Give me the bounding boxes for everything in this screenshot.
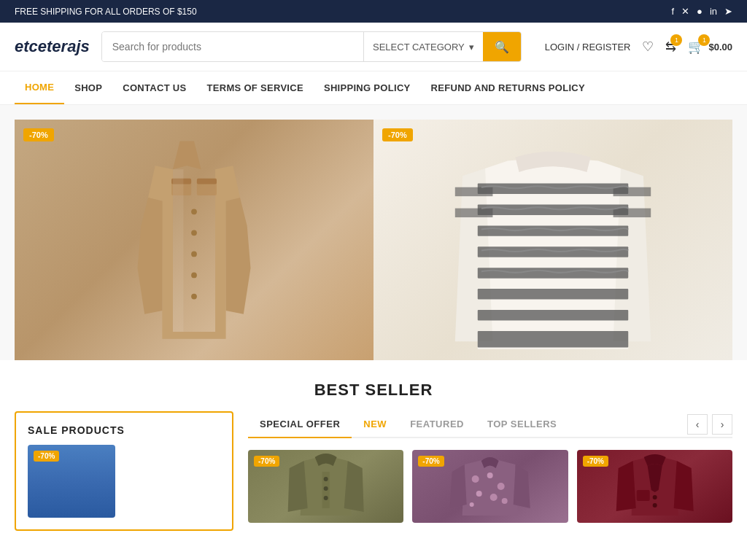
svg-point-24 — [324, 496, 328, 500]
prev-arrow[interactable]: ‹ — [687, 414, 708, 435]
svg-rect-15 — [478, 310, 628, 320]
svg-point-25 — [472, 475, 479, 483]
pinterest-icon[interactable]: ● — [697, 6, 703, 17]
tab-top-sellers[interactable]: TOP SELLERS — [476, 411, 568, 438]
facebook-icon[interactable]: f — [671, 6, 674, 17]
sale-discount-badge: -70% — [34, 451, 59, 462]
svg-rect-8 — [197, 179, 217, 184]
product-card-3[interactable]: -70% — [577, 450, 732, 523]
svg-point-28 — [476, 491, 482, 497]
svg-point-29 — [490, 494, 498, 501]
top-bar: FREE SHIPPING FOR ALL ORDERS OF $150 f ✕… — [0, 0, 747, 23]
svg-point-2 — [191, 252, 197, 257]
svg-point-1 — [191, 230, 197, 236]
cart-icon-wrapper: 🛒 1 — [688, 39, 704, 55]
sale-products-box: SALE PRODUCTS -70% — [15, 411, 233, 531]
chevron-down-icon: ▾ — [469, 42, 474, 52]
svg-point-4 — [191, 294, 197, 300]
svg-point-27 — [498, 483, 505, 490]
hero-products: -70% — [0, 105, 747, 360]
twitter-x-icon[interactable]: ✕ — [681, 6, 689, 17]
product-2-badge: -70% — [418, 456, 444, 467]
hero-product-2-image — [374, 120, 732, 360]
svg-point-0 — [191, 209, 197, 214]
svg-rect-17 — [455, 187, 493, 196]
tab-special-offer[interactable]: SPECIAL OFFER — [248, 411, 352, 438]
svg-rect-14 — [478, 289, 628, 299]
svg-point-23 — [324, 486, 328, 491]
search-bar: SELECT CATEGORY ▾ 🔍 — [101, 31, 522, 62]
svg-point-30 — [470, 502, 474, 507]
heart-icon: ♡ — [642, 39, 654, 54]
svg-point-22 — [324, 477, 328, 481]
product-card-1[interactable]: -70% — [248, 450, 403, 523]
logo[interactable]: etceterajs — [15, 37, 90, 56]
hero-product-1-discount: -70% — [23, 128, 54, 141]
sale-item-image: -70% — [28, 445, 115, 518]
hero-product-2[interactable]: -70% — [374, 120, 732, 360]
nav-terms[interactable]: TERMS OF SERVICE — [197, 72, 314, 104]
search-input[interactable] — [102, 32, 363, 61]
nav-contact-us[interactable]: CONTACT US — [112, 72, 196, 104]
compare-badge: 1 — [670, 34, 682, 46]
hero-product-1[interactable]: -70% — [15, 120, 374, 360]
svg-point-31 — [502, 498, 508, 504]
svg-rect-16 — [478, 331, 628, 348]
compare-button[interactable]: ⇆ 1 — [665, 39, 676, 55]
nav-shop[interactable]: SHOP — [64, 72, 112, 104]
hero-product-2-discount: -70% — [382, 128, 413, 141]
wishlist-button[interactable]: ♡ — [642, 39, 654, 55]
product-cards: -70% — [248, 450, 732, 523]
sale-products-title: SALE PRODUCTS — [28, 424, 220, 436]
hero-product-1-image — [15, 120, 374, 360]
tab-new[interactable]: NEW — [352, 411, 398, 438]
bottom-section: SALE PRODUCTS -70% SPECIAL OFFER NEW FEA… — [0, 411, 747, 545]
product-1-badge: -70% — [254, 456, 279, 467]
svg-rect-20 — [614, 209, 651, 217]
product-3-badge: -70% — [583, 456, 608, 467]
category-select[interactable]: SELECT CATEGORY ▾ — [363, 32, 483, 61]
svg-rect-34 — [636, 490, 649, 501]
next-arrow[interactable]: › — [712, 414, 732, 435]
tab-navigation: ‹ › — [687, 414, 732, 435]
search-button[interactable]: 🔍 — [483, 32, 521, 61]
special-offer-tabs: SPECIAL OFFER NEW FEATURED TOP SELLERS ‹… — [248, 411, 732, 438]
cart-total: $0.00 — [708, 42, 732, 52]
telegram-icon[interactable]: ➤ — [724, 6, 732, 17]
header: etceterajs SELECT CATEGORY ▾ 🔍 LOGIN / R… — [0, 23, 747, 71]
special-offer-section: SPECIAL OFFER NEW FEATURED TOP SELLERS ‹… — [248, 411, 732, 531]
header-actions: LOGIN / REGISTER ♡ ⇆ 1 🛒 1 $0.00 — [545, 39, 732, 55]
nav-refund[interactable]: REFUND AND RETURNS POLICY — [421, 72, 595, 104]
svg-rect-18 — [455, 209, 493, 217]
shipping-notice: FREE SHIPPING FOR ALL ORDERS OF $150 — [15, 7, 197, 17]
best-seller-title: BEST SELLER — [0, 360, 747, 411]
svg-point-32 — [652, 495, 657, 499]
product-card-2[interactable]: -70% — [412, 450, 568, 523]
svg-point-26 — [487, 472, 493, 478]
nav-home[interactable]: HOME — [15, 71, 64, 104]
cart-button[interactable]: 🛒 1 $0.00 — [688, 39, 732, 55]
tab-featured[interactable]: FEATURED — [398, 411, 476, 438]
nav-shipping[interactable]: SHIPPING POLICY — [314, 72, 421, 104]
login-register-link[interactable]: LOGIN / REGISTER — [545, 42, 631, 52]
svg-point-3 — [191, 273, 197, 279]
main-nav: HOME SHOP CONTACT US TERMS OF SERVICE SH… — [0, 71, 747, 105]
linkedin-icon[interactable]: in — [710, 6, 717, 17]
category-label: SELECT CATEGORY — [373, 42, 465, 52]
sale-product-item[interactable]: -70% — [28, 445, 220, 518]
striped-sweater-svg — [429, 123, 677, 357]
social-icons: f ✕ ● in ➤ — [671, 6, 732, 17]
svg-point-33 — [652, 503, 657, 508]
satin-shirt-svg — [114, 127, 274, 353]
svg-rect-19 — [614, 187, 651, 196]
